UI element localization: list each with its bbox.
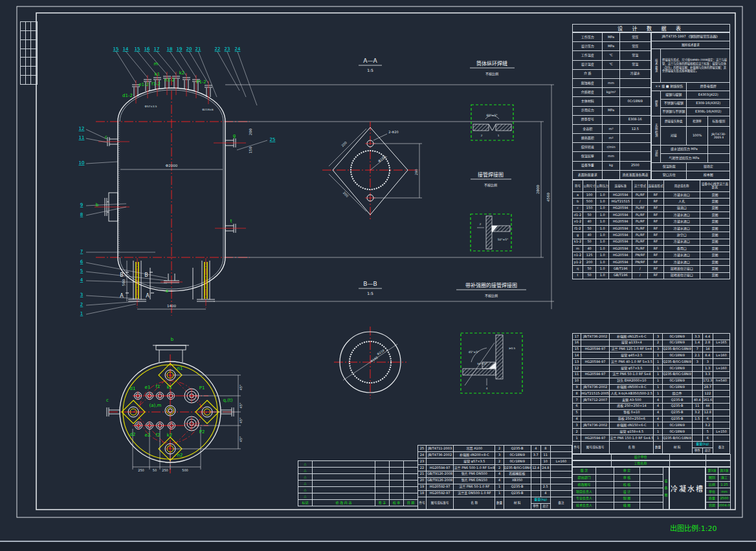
table-cell: 图号或标准号 bbox=[427, 497, 454, 509]
table-cell: 2 bbox=[495, 446, 504, 452]
table-cell: 标记 bbox=[298, 500, 313, 506]
table-cell: △ bbox=[298, 487, 313, 493]
table-cell: 24 bbox=[418, 451, 427, 458]
balloon: 12 bbox=[79, 126, 85, 131]
table-cell: 名 称 bbox=[454, 497, 495, 509]
table-cell bbox=[713, 371, 729, 378]
table-cell: 石棉橡胶板 bbox=[504, 471, 531, 477]
table-cell bbox=[26, 39, 31, 49]
table-cell: 材 料 bbox=[662, 441, 692, 453]
balloon: 14 bbox=[123, 47, 129, 52]
table-cell: 1.0 bbox=[596, 245, 609, 252]
table-cell bbox=[21, 76, 26, 85]
table-cell: 4 bbox=[531, 446, 540, 452]
table-cell: 40 bbox=[583, 219, 596, 225]
table-cell bbox=[375, 461, 390, 468]
table-cell: 冷凝水进口 bbox=[663, 239, 700, 245]
table-cell: HG20594 bbox=[609, 239, 632, 245]
table-cell: 设 计 bbox=[614, 488, 640, 495]
table-cell: 设备净重 bbox=[573, 161, 603, 170]
dim-pipe2: Φ219×6 bbox=[202, 108, 214, 111]
weld3-gap: ≥0.5 bbox=[509, 347, 516, 350]
table-cell: p1-2 bbox=[573, 259, 583, 265]
table-cell bbox=[713, 391, 729, 397]
table-cell: 吊耳 A100 bbox=[454, 446, 495, 452]
table-cell: 1 bbox=[495, 484, 504, 490]
table-cell: 设计单位 bbox=[612, 455, 670, 460]
table-cell: 设备中心线至法兰面距离 bbox=[700, 180, 729, 192]
design-data-right-inner: JB/T4735-1997 《钢制焊接常压容器》图样技术要求技术要求焊接接头形式… bbox=[651, 32, 730, 180]
table-cell: 腐蚀裕度 bbox=[573, 78, 603, 87]
table-cell: PL/RF bbox=[632, 225, 648, 232]
equipment-title: 冷凝水槽 bbox=[669, 467, 706, 510]
table-cell bbox=[692, 391, 702, 397]
table-cell bbox=[619, 143, 650, 152]
table-cell: 1.0 bbox=[596, 191, 609, 198]
table-cell bbox=[596, 481, 614, 488]
table-cell: 法兰 PN6 125-1.0 RF S=4 bbox=[610, 346, 654, 352]
table-cell: 1.0 bbox=[596, 259, 609, 265]
table-cell: 见图 bbox=[700, 259, 729, 265]
table-cell bbox=[603, 170, 619, 179]
table-cell: a bbox=[573, 191, 583, 198]
table-cell: 1:25 bbox=[718, 481, 731, 488]
table-cell bbox=[619, 78, 650, 87]
table-cell: 3 bbox=[573, 422, 581, 429]
table-cell bbox=[670, 461, 706, 467]
table-cell: 重量(kg) bbox=[531, 497, 550, 503]
table-cell: 0Cr18Ni9 bbox=[662, 378, 692, 384]
table-cell: 法兰型式 bbox=[632, 180, 648, 192]
table-cell: 1 bbox=[654, 359, 662, 365]
table-cell: 图别 bbox=[706, 474, 718, 481]
plan-letter-n2: n2 bbox=[177, 453, 183, 458]
table-cell: 焊条型号 bbox=[573, 115, 603, 124]
table-cell bbox=[619, 88, 650, 97]
plan-letter-n1: n1 bbox=[177, 366, 183, 371]
table-cell: 17 bbox=[573, 334, 581, 340]
nozzle-letter-g: g bbox=[233, 133, 236, 138]
table-cell: 表面防腐要求 bbox=[573, 170, 603, 179]
table-cell: 质量 bbox=[706, 495, 718, 502]
plan-letter-c: c bbox=[106, 398, 109, 403]
table-cell: 50 bbox=[583, 266, 596, 272]
table-cell: 接管 φ57×3.5 bbox=[454, 458, 495, 464]
corner-strip-table-inner bbox=[20, 21, 38, 85]
table-cell: 无损检测 bbox=[652, 116, 661, 146]
table-cell: 对接 bbox=[661, 127, 687, 146]
table-cell: 3 bbox=[654, 346, 662, 352]
table-cell: 0Cr18Ni9 bbox=[504, 451, 531, 458]
plan-dim: 250 bbox=[162, 468, 168, 472]
balloon: 21 bbox=[195, 47, 201, 52]
table-cell bbox=[713, 346, 729, 352]
table-cell: L=150 bbox=[713, 429, 729, 435]
table-cell: 人孔 X-b(A-XB350)500-2.5 bbox=[610, 391, 654, 397]
balloon: 24 bbox=[235, 47, 241, 52]
table-cell bbox=[573, 461, 612, 467]
plan-letter-d2: d2 bbox=[130, 432, 136, 437]
table-cell: Q235-B/0Cr18Ni9 bbox=[662, 371, 692, 378]
table-cell: 冷凝水进口 bbox=[663, 259, 700, 265]
nozzle-letter-t: t bbox=[230, 219, 232, 224]
table-cell: RF bbox=[648, 219, 663, 225]
plan-angle: 45° bbox=[239, 384, 243, 390]
table-cell: 161.6 bbox=[702, 397, 713, 404]
table-cell bbox=[390, 474, 404, 481]
table-cell: 11 bbox=[692, 403, 702, 409]
table-cell bbox=[581, 352, 610, 359]
table-cell: PL/RF bbox=[632, 205, 648, 211]
table-cell: 0Cr18Ni9 bbox=[662, 422, 692, 429]
table-cell bbox=[581, 403, 610, 409]
table-cell bbox=[313, 487, 375, 493]
table-cell: E308L-16(A002) bbox=[687, 108, 730, 116]
table-cell: 人孔 bbox=[663, 199, 700, 205]
table-cell bbox=[313, 468, 375, 474]
section-marker-b2: B bbox=[144, 272, 148, 278]
table-cell: 见图 bbox=[700, 211, 729, 218]
table-cell bbox=[390, 468, 404, 474]
table-cell: ℃ bbox=[603, 51, 619, 60]
table-cell: 名 称 bbox=[610, 441, 654, 453]
table-cell: 常温 bbox=[619, 60, 650, 69]
table-cell: 见图 bbox=[700, 266, 729, 272]
table-cell: 修改图号 bbox=[573, 481, 596, 488]
table-cell: 22 bbox=[418, 464, 427, 471]
